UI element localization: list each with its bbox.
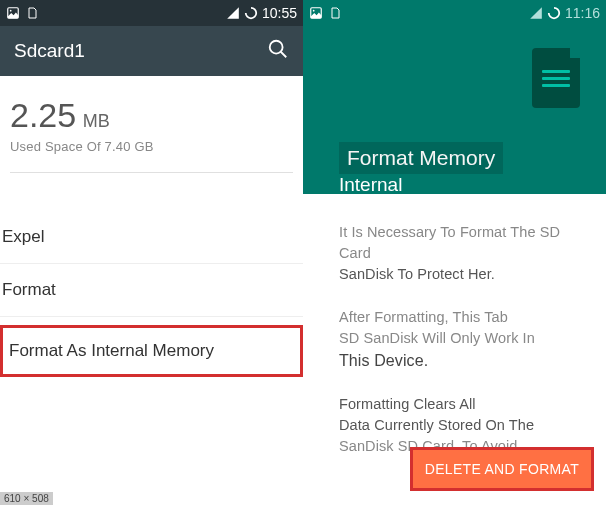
header-format: 11:16 Format Memory Internal xyxy=(303,0,606,194)
dimension-label: 610 × 508 xyxy=(0,492,53,505)
menu-expel[interactable]: Expel xyxy=(0,211,303,264)
sd-status-icon xyxy=(26,6,38,20)
delete-and-format-button[interactable]: DELETE AND FORMAT xyxy=(410,447,594,491)
svg-line-3 xyxy=(281,51,287,57)
size-unit: MB xyxy=(83,111,110,131)
search-icon[interactable] xyxy=(267,38,289,65)
header-storage: Sdcard1 xyxy=(0,26,303,76)
sd-card-icon xyxy=(532,48,580,108)
spinner-icon xyxy=(244,6,258,20)
size-value: 2.25 xyxy=(10,96,76,134)
signal-icon xyxy=(529,6,543,20)
status-bar-right: 11:16 xyxy=(303,0,606,26)
signal-icon xyxy=(226,6,240,20)
menu-format[interactable]: Format xyxy=(0,264,303,317)
format-body: It Is Necessary To Format The SD Card Sa… xyxy=(303,194,606,457)
menu-format-internal[interactable]: Format As Internal Memory xyxy=(0,325,303,377)
status-time: 10:55 xyxy=(262,5,297,21)
page-title: Sdcard1 xyxy=(14,40,85,62)
sd-status-icon xyxy=(329,6,341,20)
spinner-icon xyxy=(547,6,561,20)
screen-format: 11:16 Format Memory Internal It Is Neces… xyxy=(303,0,606,505)
image-icon xyxy=(309,6,323,20)
status-bar-left: 10:55 xyxy=(0,0,303,26)
svg-point-5 xyxy=(313,10,315,12)
svg-point-2 xyxy=(270,40,283,53)
storage-size: 2.25 MB xyxy=(10,96,293,135)
image-icon xyxy=(6,6,20,20)
screen-storage: 10:55 Sdcard1 2.25 MB Used Space Of 7.40… xyxy=(0,0,303,505)
used-space: Used Space Of 7.40 GB xyxy=(10,139,293,154)
storage-content: 2.25 MB Used Space Of 7.40 GB xyxy=(0,76,303,211)
format-para-2: After Formatting, This Tab SD SanDisk Wi… xyxy=(339,307,592,372)
format-subtitle: Internal xyxy=(339,174,402,196)
svg-point-1 xyxy=(10,10,12,12)
status-time: 11:16 xyxy=(565,5,600,21)
format-title: Format Memory xyxy=(339,142,503,174)
format-para-1: It Is Necessary To Format The SD Card Sa… xyxy=(339,222,592,285)
